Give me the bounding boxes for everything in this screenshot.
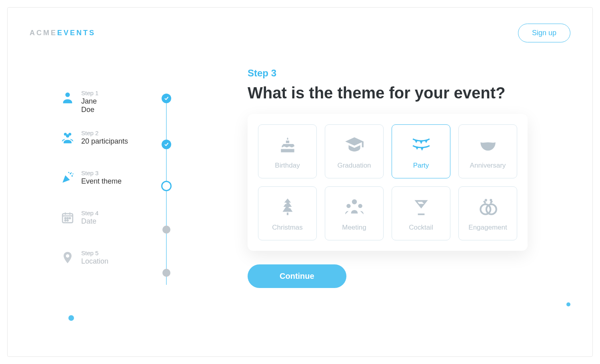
svg-point-5 [71, 175, 73, 177]
svg-point-11 [65, 218, 66, 219]
calendar-icon [60, 210, 76, 226]
svg-point-20 [358, 204, 362, 208]
theme-option-christmas[interactable]: Christmas [258, 186, 317, 240]
step-2-label: Step 2 [81, 130, 128, 136]
mask-icon [477, 134, 499, 156]
progress-timeline [162, 94, 171, 289]
svg-point-14 [65, 220, 66, 221]
svg-point-19 [346, 204, 350, 208]
step-1-label: Step 1 [81, 90, 98, 96]
graduation-cap-icon [343, 134, 366, 156]
decorative-dot [68, 315, 74, 321]
step-1-value: Jane Doe [81, 97, 98, 114]
svg-point-0 [65, 92, 70, 97]
step-4-value: Date [81, 217, 98, 226]
meeting-group-icon [343, 196, 366, 218]
step-4-label: Step 4 [81, 210, 98, 216]
cake-icon [276, 134, 299, 156]
rings-icon [477, 196, 499, 218]
theme-option-anniversary[interactable]: Anniversary [458, 124, 517, 178]
step-2-value: 20 participants [81, 137, 128, 146]
timeline-dot-4-future [162, 226, 170, 234]
timeline-dot-5-future [162, 269, 170, 277]
svg-point-21 [422, 200, 425, 203]
main-content: Step 3 What is the theme for your event?… [248, 68, 528, 288]
theme-option-birthday[interactable]: Birthday [258, 124, 317, 178]
svg-point-3 [66, 134, 70, 138]
theme-label: Cocktail [409, 224, 433, 232]
theme-option-graduation[interactable]: Graduation [325, 124, 384, 178]
party-flags-icon [410, 134, 432, 156]
svg-point-13 [69, 218, 70, 219]
timeline-dot-2-done [162, 140, 171, 149]
christmas-tree-icon [276, 196, 299, 218]
theme-label: Engagement [468, 224, 507, 232]
step-3-label: Step 3 [81, 170, 122, 176]
step-5-label: Step 5 [81, 250, 108, 256]
theme-label: Anniversary [470, 162, 506, 170]
current-step-indicator: Step 3 [248, 68, 528, 79]
brand-part-1: ACME [30, 29, 57, 37]
brand-logo: ACMEEVENTS [30, 29, 96, 37]
svg-point-12 [67, 218, 68, 219]
theme-grid: Birthday Graduation Party Anniversary [248, 114, 528, 251]
confetti-icon [60, 170, 76, 186]
person-icon [60, 90, 76, 106]
svg-point-6 [68, 172, 69, 173]
location-pin-icon [60, 250, 76, 266]
brand-part-2: EVENTS [57, 29, 96, 37]
svg-point-23 [486, 204, 496, 214]
svg-point-15 [67, 220, 68, 221]
svg-point-18 [352, 199, 357, 204]
theme-label: Meeting [342, 224, 366, 232]
timeline-dot-1-done [162, 94, 171, 103]
theme-option-engagement[interactable]: Engagement [458, 186, 517, 240]
cocktail-glass-icon [410, 196, 432, 218]
svg-point-17 [288, 207, 290, 208]
continue-button[interactable]: Continue [248, 264, 346, 288]
signup-button[interactable]: Sign up [518, 24, 570, 42]
theme-label: Graduation [337, 162, 371, 170]
theme-label: Birthday [275, 162, 300, 170]
svg-point-4 [70, 173, 71, 174]
theme-label: Party [413, 162, 429, 170]
step-5-value: Location [81, 257, 108, 266]
timeline-dot-3-current [161, 181, 172, 191]
step-3-value: Event theme [81, 177, 122, 186]
header: ACMEEVENTS Sign up [30, 24, 570, 42]
theme-option-cocktail[interactable]: Cocktail [392, 186, 450, 240]
people-icon [60, 130, 76, 146]
theme-label: Christmas [272, 224, 303, 232]
decorative-dot [566, 302, 570, 306]
theme-option-meeting[interactable]: Meeting [325, 186, 384, 240]
svg-point-16 [285, 203, 286, 204]
theme-option-party[interactable]: Party [392, 124, 450, 178]
main-title: What is the theme for your event? [248, 83, 528, 103]
